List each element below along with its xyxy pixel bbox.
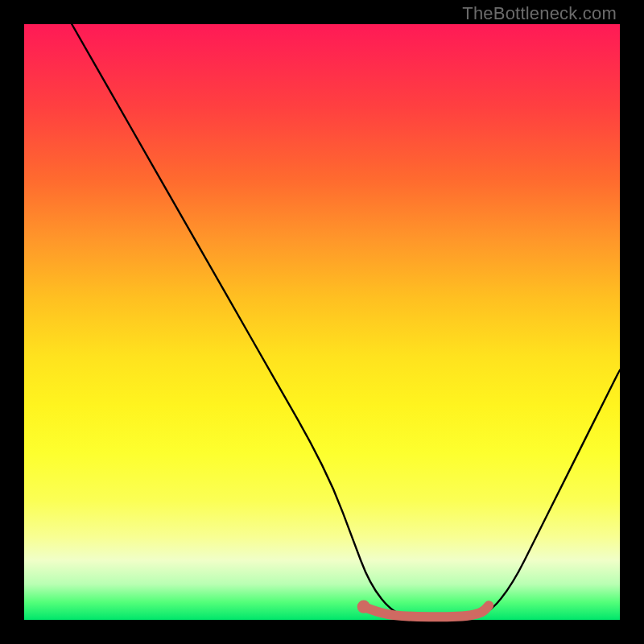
- bottleneck-curve: [72, 24, 620, 617]
- optimal-start-marker: [357, 601, 370, 613]
- watermark-text: TheBottleneck.com: [462, 3, 617, 24]
- chart-frame: TheBottleneck.com: [0, 0, 644, 644]
- chart-plot-area: [24, 24, 620, 620]
- chart-svg: [24, 24, 620, 620]
- optimal-range-highlight: [364, 605, 489, 617]
